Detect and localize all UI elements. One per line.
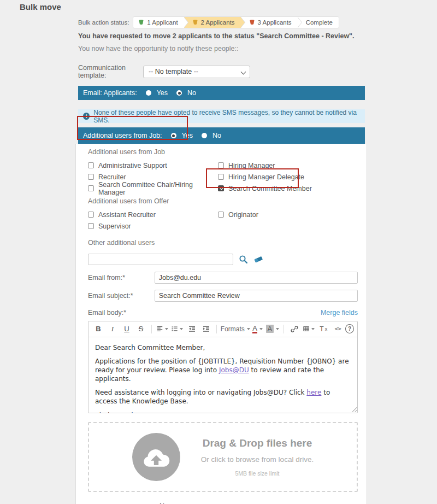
- chevron-down-icon: [311, 328, 315, 330]
- additional-users-radio-no[interactable]: [202, 133, 207, 138]
- checkbox-option[interactable]: Hiring Manager: [218, 160, 358, 171]
- checkbox-label: Hiring Manager: [228, 162, 275, 169]
- file-dropzone[interactable]: Drag & Drop files here Or click to brows…: [88, 422, 358, 492]
- other-users-input[interactable]: [88, 254, 233, 265]
- email-applicants-radio-no[interactable]: [176, 90, 182, 96]
- bullet-list-button[interactable]: [170, 323, 184, 335]
- alignment-button[interactable]: [156, 323, 169, 335]
- chevron-down-icon: [276, 328, 279, 330]
- email-from-row: Email from:* Jobs@du.edu: [88, 272, 358, 284]
- checkbox-label: Search Committee Member: [228, 185, 312, 192]
- italic-button[interactable]: I: [106, 323, 119, 335]
- additional-users-yes-label[interactable]: Yes: [182, 132, 193, 139]
- request-summary-text: You have requested to move 2 applicants …: [78, 32, 365, 40]
- checkbox-option[interactable]: Originator: [218, 209, 358, 220]
- additional-users-radio-yes[interactable]: [171, 133, 176, 138]
- email-body-paragraph: Applications for the position of {JOBTIT…: [95, 357, 351, 384]
- checkbox-option[interactable]: Search Committee Member: [218, 183, 358, 194]
- formats-dropdown[interactable]: Formats: [221, 323, 250, 335]
- checkbox-icon[interactable]: [218, 212, 224, 218]
- checkbox-option[interactable]: Hiring Manager Delegate: [218, 171, 358, 183]
- info-icon: i: [83, 113, 90, 120]
- dropzone-title: Drag & Drop files here: [201, 437, 314, 449]
- help-icon[interactable]: ?: [345, 324, 354, 333]
- email-body-paragraph: Kind regards,: [95, 411, 351, 413]
- checkbox-option[interactable]: Search Committee Chair/Hiring Manager: [88, 183, 218, 194]
- checkbox-icon[interactable]: [218, 162, 224, 168]
- checkbox-label: Recruiter: [98, 173, 126, 181]
- email-body-label: Email body:*: [88, 309, 126, 317]
- email-applicants-yes-label[interactable]: Yes: [157, 89, 168, 97]
- email-subject-input[interactable]: Search Committee Review: [155, 290, 358, 302]
- checkbox-label: Administrative Support: [98, 162, 167, 169]
- job-users-checkbox-group: Administrative SupportHiring ManagerRecr…: [88, 160, 358, 194]
- clear-formatting-button[interactable]: Tx: [317, 323, 330, 335]
- email-applicants-radio-yes[interactable]: [146, 90, 151, 96]
- email-body-text: Need assistance with logging into or nav…: [95, 389, 306, 396]
- status-step-label: Complete: [306, 19, 333, 26]
- email-body-editor: B I U S: [88, 321, 358, 413]
- checkbox-icon[interactable]: [88, 185, 94, 191]
- bulk-status-label: Bulk action status:: [78, 19, 129, 26]
- communication-template-select[interactable]: -- No template --: [143, 66, 250, 78]
- email-body-link[interactable]: here: [306, 389, 321, 396]
- additional-users-no-label[interactable]: No: [212, 132, 221, 139]
- dropzone-subtitle: Or click to browse from local drive.: [201, 455, 314, 464]
- source-code-button[interactable]: <>: [331, 323, 344, 335]
- applicant-bucket-icon: [249, 19, 255, 25]
- resize-handle[interactable]: [351, 406, 357, 412]
- dropzone-size-limit: 5MB file size limit: [201, 470, 314, 477]
- background-color-button[interactable]: A: [265, 323, 280, 335]
- checkbox-icon[interactable]: [218, 174, 224, 180]
- checkbox-label: Search Committee Chair/Hiring Manager: [98, 181, 218, 196]
- checkbox-icon[interactable]: [88, 212, 94, 218]
- checkbox-option[interactable]: Administrative Support: [88, 160, 218, 171]
- notification-panel: Additional users from Job Administrative…: [75, 144, 367, 504]
- search-icon[interactable]: [239, 255, 248, 264]
- email-subject-label: Email subject:*: [88, 292, 155, 300]
- checkbox-option[interactable]: Assistant Recruiter: [88, 209, 218, 220]
- dropzone-text: Drag & Drop files here Or click to brows…: [201, 437, 314, 477]
- checkbox-label: Originator: [228, 211, 258, 219]
- checkbox-icon[interactable]: [88, 162, 94, 168]
- eraser-icon[interactable]: [253, 255, 263, 263]
- email-body-paragraph: Dear Search Committee Member,: [95, 343, 351, 352]
- underline-button[interactable]: U: [120, 323, 133, 335]
- page-title: Bulk move: [20, 2, 61, 11]
- email-applicants-no-label[interactable]: No: [187, 89, 196, 97]
- status-step-label: 2 Applicants: [201, 19, 235, 26]
- email-from-input[interactable]: Jobs@du.edu: [155, 272, 358, 284]
- status-step: Complete: [298, 17, 339, 28]
- bulk-status-row: Bulk action status: 1 Applicant2 Applica…: [78, 16, 365, 28]
- toolbar-divider: [284, 325, 284, 333]
- checkbox-label: Supervisor: [98, 222, 131, 230]
- checkbox-checked-icon[interactable]: [218, 185, 224, 191]
- additional-users-bar: Additional users from Job: Yes No: [78, 127, 365, 144]
- other-users-row: [88, 254, 358, 265]
- checkbox-icon[interactable]: [88, 174, 94, 180]
- text-color-button[interactable]: A: [251, 323, 264, 335]
- toolbar-divider: [216, 325, 217, 333]
- strikethrough-button[interactable]: S: [134, 323, 147, 335]
- email-body-text: Kind regards,: [95, 412, 139, 413]
- bold-button[interactable]: B: [92, 323, 105, 335]
- sms-notice-text: None of these people have opted to recei…: [93, 109, 360, 124]
- status-step-label: 1 Applicant: [147, 19, 178, 26]
- checkbox-option[interactable]: Supervisor: [88, 220, 218, 232]
- communication-template-value: -- No template --: [149, 68, 198, 75]
- merge-fields-link[interactable]: Merge fields: [321, 309, 358, 317]
- status-step: 1 Applicant: [133, 17, 184, 28]
- insert-link-button[interactable]: [288, 323, 301, 335]
- job-users-heading: Additional users from Job: [88, 148, 358, 156]
- checkbox-label: Assistant Recruiter: [98, 211, 156, 219]
- outdent-button[interactable]: [185, 323, 198, 335]
- table-button[interactable]: [302, 323, 316, 335]
- email-body-label-row: Email body:* Merge fields: [88, 309, 358, 317]
- email-from-label: Email from:*: [88, 274, 155, 282]
- email-body-content[interactable]: Dear Search Committee Member,Application…: [88, 337, 357, 413]
- email-body-link[interactable]: Jobs@DU: [219, 366, 249, 374]
- indent-button[interactable]: [199, 323, 212, 335]
- communication-template-row: Communication template: -- No template -…: [78, 64, 365, 79]
- offer-users-checkbox-group: Assistant RecruiterOriginatorSupervisor: [88, 209, 358, 232]
- checkbox-icon[interactable]: [88, 223, 94, 229]
